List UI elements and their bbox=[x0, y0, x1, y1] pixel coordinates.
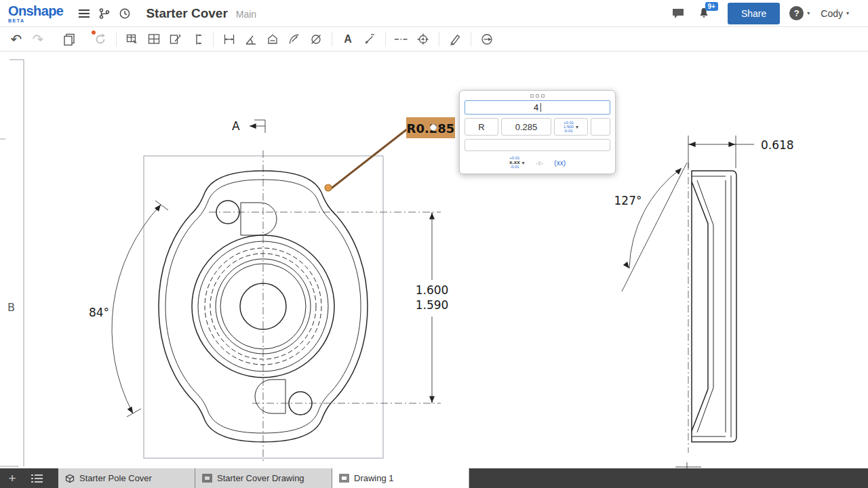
tab-starter-pole-cover[interactable]: Starter Pole Cover bbox=[58, 468, 195, 488]
update-views-button[interactable] bbox=[90, 29, 111, 49]
tolerance-preview: +0.011.500-0.01 bbox=[564, 121, 574, 133]
measured-value-box[interactable]: 0.285 bbox=[501, 118, 551, 136]
notification-badge: 9+ bbox=[705, 2, 718, 11]
circled-arrow-icon bbox=[480, 33, 494, 46]
sheets-icon bbox=[62, 33, 76, 46]
beta-label: BETA bbox=[8, 18, 63, 23]
drawing-sheet-icon bbox=[202, 474, 212, 483]
logo-text: Onshape bbox=[8, 4, 63, 18]
plus-icon: + bbox=[8, 471, 16, 486]
history-button[interactable] bbox=[115, 3, 135, 24]
toolbar-divider bbox=[471, 32, 471, 47]
angular-dimension-icon bbox=[244, 33, 258, 46]
projected-view-button[interactable] bbox=[143, 29, 165, 49]
caret-down-icon: ▾ bbox=[846, 10, 849, 16]
tab-drawing-1[interactable]: Drawing 1 bbox=[332, 468, 469, 488]
chamfer-dimension-button[interactable] bbox=[262, 29, 283, 49]
precision-preview: +0.01x.xx-0.01 bbox=[509, 157, 520, 169]
center-mark-icon bbox=[416, 33, 430, 46]
dim-radius-selected[interactable]: R0.285 bbox=[325, 117, 455, 191]
dim-text-upper[interactable]: 1.600 bbox=[416, 283, 449, 297]
list-icon bbox=[31, 474, 43, 483]
text-cursor bbox=[540, 103, 541, 112]
callout-button[interactable] bbox=[359, 29, 380, 49]
insert-view-button[interactable] bbox=[121, 29, 143, 49]
notifications-button[interactable]: 9+ bbox=[692, 3, 715, 24]
popup-drag-handle[interactable] bbox=[465, 93, 610, 100]
main-menu-button[interactable] bbox=[74, 3, 94, 24]
zone-label: B bbox=[7, 301, 15, 314]
pencil-icon bbox=[448, 33, 462, 46]
hamburger-icon bbox=[78, 8, 90, 19]
sheets-button[interactable] bbox=[58, 29, 80, 49]
dimension-input-value: 4 bbox=[534, 102, 538, 113]
show-hide-button[interactable] bbox=[476, 29, 498, 49]
section-label: A bbox=[232, 119, 240, 133]
radius-prefix-button[interactable]: R bbox=[465, 118, 498, 136]
document-title-group: Starter Cover Main bbox=[146, 6, 256, 21]
drawing-sheet[interactable]: B bbox=[0, 52, 868, 468]
drawing-canvas[interactable]: B bbox=[0, 52, 868, 468]
section-arrow[interactable]: A bbox=[232, 119, 265, 133]
undo-icon: ↶ bbox=[11, 33, 22, 46]
tab-list-button[interactable] bbox=[24, 468, 49, 488]
versions-button[interactable] bbox=[94, 3, 115, 24]
tolerance-dropdown[interactable]: +0.011.500-0.01 ▾ bbox=[554, 118, 588, 136]
edit-view-button[interactable] bbox=[165, 29, 186, 49]
precision-dropdown[interactable]: +0.01x.xx-0.01 ▾ bbox=[509, 157, 525, 169]
workspace-name[interactable]: Main bbox=[236, 9, 256, 20]
parenthesis-dim-button[interactable]: (xx) bbox=[554, 159, 566, 167]
drawing-toolbar: ↶ ↷ A bbox=[0, 27, 868, 52]
dim-text-lower[interactable]: 1.590 bbox=[416, 298, 449, 312]
center-mark-button[interactable] bbox=[412, 29, 434, 49]
add-tab-button[interactable]: + bbox=[0, 468, 24, 488]
comments-button[interactable] bbox=[668, 3, 688, 24]
dimension-value-input[interactable]: 4 bbox=[465, 100, 610, 115]
note-text-input[interactable] bbox=[465, 139, 610, 151]
reference-dim-button[interactable]: -x- bbox=[536, 159, 544, 167]
radius-dimension-button[interactable] bbox=[283, 29, 305, 49]
user-menu[interactable]: Cody ▾ bbox=[821, 8, 849, 19]
dim-text-width[interactable]: 0.618 bbox=[761, 138, 794, 152]
undo-button[interactable]: ↶ bbox=[5, 29, 27, 49]
update-alert-dot bbox=[92, 30, 96, 35]
suffix-box[interactable] bbox=[591, 118, 610, 136]
dim-angle-84[interactable]: 84° bbox=[89, 201, 168, 417]
toolbar-divider bbox=[116, 32, 117, 47]
shape-dimension-icon bbox=[266, 33, 279, 46]
dimension-edit-popup[interactable]: 4 R 0.285 +0.011.500-0.01 ▾ +0.01x.xx-0.… bbox=[459, 90, 616, 174]
comment-icon bbox=[671, 7, 685, 20]
dim-text-84[interactable]: 84° bbox=[89, 306, 109, 319]
dim-width-0618[interactable]: 0.618 bbox=[688, 136, 794, 168]
dimension-button[interactable] bbox=[218, 29, 240, 49]
tab-starter-cover-drawing[interactable]: Starter Cover Drawing bbox=[195, 468, 332, 488]
bottom-section-marks bbox=[675, 462, 701, 468]
sheet-pencil-icon bbox=[169, 33, 182, 46]
note-icon: A bbox=[344, 33, 352, 45]
sketch-button[interactable] bbox=[444, 29, 466, 49]
centerline-button[interactable] bbox=[391, 29, 412, 49]
redo-icon: ↷ bbox=[33, 33, 44, 46]
dim-vertical-1600[interactable]: 1.600 1.590 bbox=[416, 212, 449, 403]
section-line-button[interactable] bbox=[186, 29, 208, 49]
share-button[interactable]: Share bbox=[728, 3, 780, 24]
dim-angle-127[interactable]: 127° bbox=[611, 163, 687, 291]
toolbar-divider bbox=[213, 32, 214, 47]
leader-arrow-icon bbox=[363, 33, 376, 46]
bottom-tab-bar: + Starter Pole Cover Starter Cover Drawi… bbox=[0, 468, 868, 488]
section-line-icon bbox=[191, 33, 204, 46]
diameter-dimension-icon bbox=[309, 33, 323, 46]
dim-text-127[interactable]: 127° bbox=[614, 194, 642, 207]
note-button[interactable]: A bbox=[337, 29, 359, 49]
help-menu[interactable]: ? ▾ bbox=[789, 6, 810, 20]
onshape-logo[interactable]: Onshape BETA bbox=[8, 4, 63, 23]
radius-dimension-icon bbox=[288, 33, 301, 46]
drawing-sheet-icon bbox=[339, 474, 349, 483]
view-border[interactable] bbox=[144, 156, 383, 458]
angular-dimension-button[interactable] bbox=[240, 29, 262, 49]
side-view-geometry[interactable] bbox=[692, 171, 736, 442]
redo-button[interactable]: ↷ bbox=[27, 29, 49, 49]
help-icon: ? bbox=[789, 6, 804, 20]
diameter-dimension-button[interactable] bbox=[305, 29, 327, 49]
linear-dimension-icon bbox=[222, 33, 236, 46]
